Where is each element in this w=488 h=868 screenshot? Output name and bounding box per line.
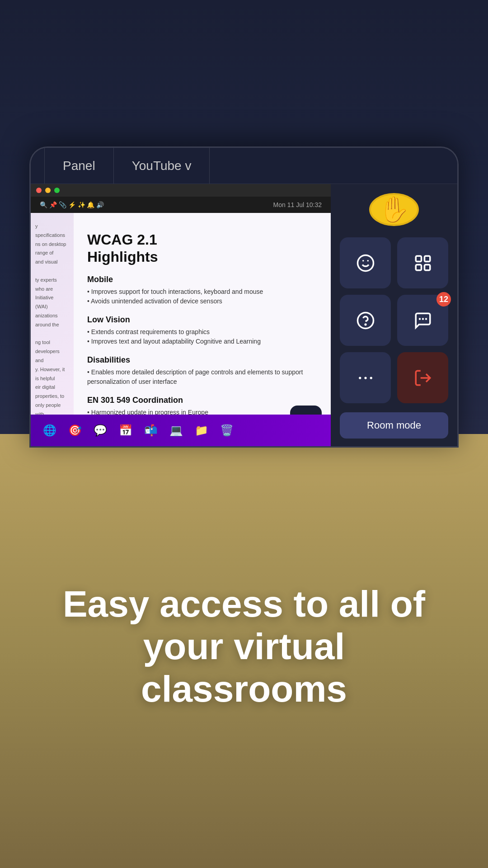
leave-button[interactable] [397, 352, 448, 403]
grid-view-button[interactable] [397, 237, 448, 288]
device-content: 🔍 📌 📎 ⚡ ✨ 🔔 🔊 Mon 11 Jul 10:32 y specifi… [31, 184, 457, 446]
leave-icon [413, 368, 432, 387]
svg-point-1 [362, 260, 364, 262]
svg-rect-6 [424, 264, 430, 270]
room-mode-button[interactable]: Room mode [340, 412, 448, 439]
dock-finder[interactable]: 📁 [192, 420, 211, 440]
hand-raise-button[interactable]: ✋ [369, 193, 419, 226]
tab-youtube[interactable]: YouTube v [114, 148, 210, 184]
smiley-icon [356, 254, 375, 273]
sidebar-text: y specifications ns on desktop range of … [31, 213, 71, 428]
top-section: 📖 Panel YouTube v 🔍 📌 📎 ⚡ ✨ 🔔 🔊 Mon 11 J… [0, 0, 488, 434]
question-button[interactable] [340, 295, 391, 346]
dock-terminal[interactable]: 💻 [166, 420, 186, 440]
mac-menu: 🔍 📌 📎 ⚡ ✨ 🔔 🔊 [40, 201, 104, 208]
dock-calendar[interactable]: 📅 [116, 420, 136, 440]
svg-point-9 [370, 377, 372, 379]
screen-preview: 🔍 📌 📎 ⚡ ✨ 🔔 🔊 Mon 11 Jul 10:32 y specifi… [31, 184, 331, 446]
emoji-button[interactable] [340, 237, 391, 288]
question-icon [356, 311, 375, 330]
svg-rect-4 [424, 256, 430, 261]
doc-title: WCAG 2.1Highlights [87, 231, 317, 266]
bottom-section: Easy access to all of your virtual class… [0, 434, 488, 868]
svg-point-8 [364, 377, 366, 379]
svg-rect-5 [416, 264, 421, 270]
dock-bar: 🌐 🎯 💬 📅 📬 💻 📁 🗑️ [31, 415, 331, 446]
grid-icon [413, 254, 432, 273]
dock-mail[interactable]: 📬 [141, 420, 161, 440]
doc-section-en301: EN 301 549 Coordination • Harmonized upd… [87, 396, 317, 417]
mac-time: Mon 11 Jul 10:32 [273, 201, 322, 208]
more-button[interactable] [340, 352, 391, 403]
mac-close-btn[interactable] [36, 188, 42, 193]
doc-section-disabilities: Disabilities • Enables more detailed des… [87, 355, 317, 387]
more-icon [356, 368, 375, 387]
device-frame: Panel YouTube v 🔍 📌 📎 ⚡ ✨ 🔔 🔊 Mon 11 Jul… [29, 146, 459, 448]
chat-icon [413, 311, 432, 330]
tab-bar: Panel YouTube v [31, 148, 457, 184]
panel-section: ✋ [331, 184, 457, 446]
svg-point-7 [359, 377, 361, 379]
mac-min-btn[interactable] [45, 188, 51, 193]
mac-topbar: 🔍 📌 📎 ⚡ ✨ 🔔 🔊 Mon 11 Jul 10:32 [31, 197, 331, 213]
chat-button[interactable]: 12 [397, 295, 448, 346]
tab-panel[interactable]: Panel [44, 148, 114, 184]
dock-discord[interactable]: 💬 [90, 420, 110, 440]
chat-badge: 12 [436, 292, 451, 307]
svg-rect-3 [416, 256, 421, 261]
mac-titlebar [31, 184, 331, 197]
icon-grid: 12 [340, 237, 448, 403]
hand-icon: ✋ [379, 195, 410, 224]
dock-target[interactable]: 🎯 [65, 420, 85, 440]
svg-point-2 [367, 260, 369, 262]
svg-point-0 [357, 255, 373, 271]
document-content: WCAG 2.1Highlights Mobile • Improves sup… [74, 213, 331, 417]
dock-chrome[interactable]: 🌐 [40, 420, 60, 440]
doc-section-mobile: Mobile • Improves support for touch inte… [87, 275, 317, 306]
doc-section-lowvision: Low Vision • Extends contrast requiremen… [87, 315, 317, 346]
mac-max-btn[interactable] [54, 188, 60, 193]
dock-trash[interactable]: 🗑️ [217, 420, 237, 440]
tagline: Easy access to all of your virtual class… [36, 583, 452, 711]
